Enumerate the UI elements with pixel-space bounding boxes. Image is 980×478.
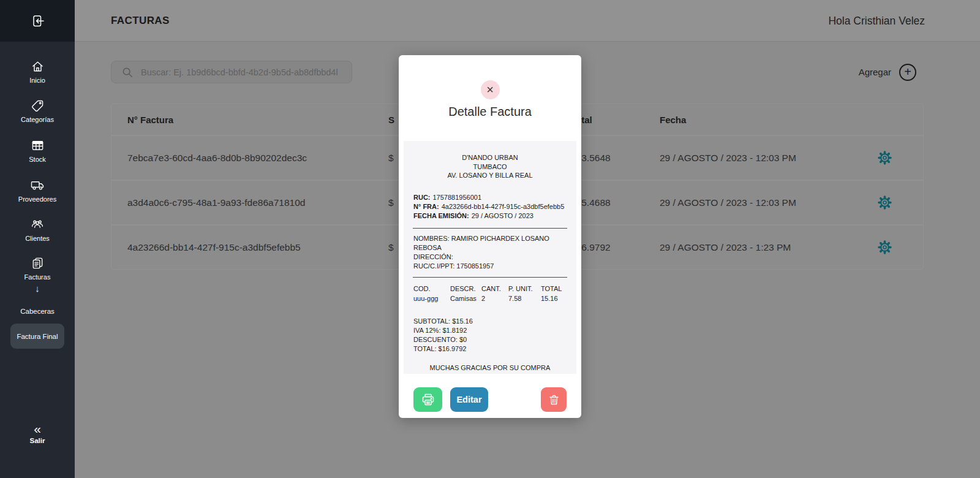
edit-button-label: Editar xyxy=(456,395,481,404)
sidebar-item-label: Facturas xyxy=(0,273,75,281)
store-address: AV. LOSANO Y BILLA REAL xyxy=(404,171,576,180)
invoice-meta: RUC:1757881956001 N° FRA:4a23266d-bb14-4… xyxy=(413,193,576,221)
store-name: D'NANDO URBAN xyxy=(404,153,576,162)
meta-line: RUC:1757881956001 xyxy=(413,193,576,202)
meta-line: N° FRA:4a23266d-bb14-427f-915c-a3dbf5efe… xyxy=(413,202,576,211)
thanks-message: MUCHAS GRACIAS POR SU COMPRA xyxy=(404,363,576,373)
sidebar-item-label: Clientes xyxy=(0,235,75,242)
edit-button[interactable]: Editar xyxy=(450,387,488,412)
sidebar-item-facturas[interactable]: Facturas xyxy=(0,256,75,281)
sidebar-item-proveedores[interactable]: Proveedores xyxy=(0,178,75,203)
close-icon: × xyxy=(486,83,494,97)
sidebar-item-clientes[interactable]: Clientes xyxy=(0,217,75,242)
customer-ruc: RUC/C.I/PPT: 1750851957 xyxy=(413,262,576,271)
customer-direccion: DIRECCIÓN: xyxy=(413,252,576,262)
item-cell: 2 xyxy=(481,294,508,303)
modal-title: Detalle Factura xyxy=(399,105,581,119)
home-icon xyxy=(31,59,45,74)
customer-nombres: NOMBRES: RAMIRO PICHARDEX LOSANO REBOSA xyxy=(413,234,576,252)
customer-info: NOMBRES: RAMIRO PICHARDEX LOSANO REBOSA … xyxy=(413,234,576,271)
sidebar-item-label: Inicio xyxy=(0,77,75,84)
item-col-header: CANT. xyxy=(481,284,508,294)
sidebar-item-label: Factura Final xyxy=(17,333,58,340)
store-header: D'NANDO URBAN TUMBACO AV. LOSANO Y BILLA… xyxy=(404,141,576,180)
table-icon xyxy=(31,138,45,153)
item-cell: 7.58 xyxy=(508,294,541,303)
sidebar-item-salir[interactable]: « Salir xyxy=(0,423,75,444)
receipt-divider xyxy=(413,228,567,229)
tag-icon xyxy=(31,99,45,113)
subtotal-line: SUBTOTAL: $15.16 xyxy=(413,317,576,326)
item-col-header: DESCR. xyxy=(450,284,481,294)
item-cell: uuu-ggg xyxy=(413,294,450,303)
item-col-header: P. UNIT. xyxy=(508,284,541,294)
collapse-left-icon: « xyxy=(0,423,75,435)
documents-icon xyxy=(31,256,45,270)
sidebar-item-factura-final[interactable]: Factura Final xyxy=(10,324,64,349)
sidebar-item-inicio[interactable]: Inicio xyxy=(0,59,75,84)
sidebar-item-label: Salir xyxy=(0,437,75,444)
print-button[interactable] xyxy=(413,387,442,412)
truck-icon xyxy=(30,178,45,192)
sidebar-item-label: Categorías xyxy=(0,116,75,123)
sidebar-logo-button[interactable] xyxy=(0,0,75,42)
item-cell: 15.16 xyxy=(541,294,567,303)
descuento-line: DESCUENTO: $0 xyxy=(413,335,576,344)
chevron-down-icon: ↓ xyxy=(0,283,75,294)
app-root: Inicio Categorías Stock Proveedores xyxy=(0,0,980,478)
close-button[interactable]: × xyxy=(481,80,500,99)
printer-icon xyxy=(421,392,435,407)
sidebar-item-label: Stock xyxy=(0,156,75,163)
meta-line: FECHA EMISIÓN:29 / AGOSTO / 2023 xyxy=(413,211,576,221)
invoice-detail-modal: × Detalle Factura D'NANDO URBAN TUMBACO … xyxy=(399,55,581,418)
item-col-header: TOTAL xyxy=(541,284,567,294)
sidebar: Inicio Categorías Stock Proveedores xyxy=(0,0,75,478)
modal-footer: Editar xyxy=(413,387,567,412)
total-line: TOTAL: $16.9792 xyxy=(413,344,576,354)
receipt-items-table: COD. DESCR. CANT. P. UNIT. TOTAL uuu-ggg… xyxy=(413,284,567,303)
iva-line: IVA 12%: $1.8192 xyxy=(413,326,576,335)
store-city: TUMBACO xyxy=(404,162,576,172)
sidebar-item-categorias[interactable]: Categorías xyxy=(0,99,75,123)
login-icon xyxy=(29,13,45,29)
item-cell: Camisas xyxy=(450,294,481,303)
receipt-divider xyxy=(413,277,567,278)
delete-button[interactable] xyxy=(541,387,567,412)
receipt-totals: SUBTOTAL: $15.16 IVA 12%: $1.8192 DESCUE… xyxy=(413,317,576,354)
receipt-preview: D'NANDO URBAN TUMBACO AV. LOSANO Y BILLA… xyxy=(404,141,576,374)
people-icon xyxy=(30,217,45,232)
sidebar-item-label: Proveedores xyxy=(0,195,75,203)
trash-icon xyxy=(548,393,560,406)
sidebar-section-cabeceras: Cabeceras xyxy=(0,308,75,315)
item-col-header: COD. xyxy=(413,284,450,294)
sidebar-item-stock[interactable]: Stock xyxy=(0,138,75,163)
